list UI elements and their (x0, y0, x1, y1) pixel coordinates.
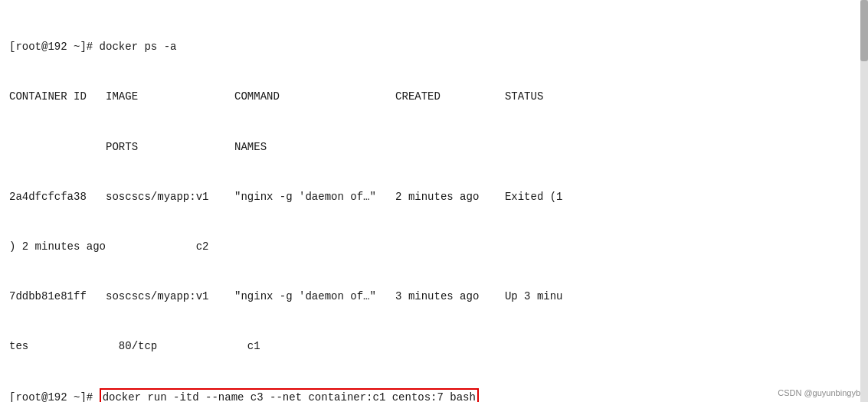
terminal-line-1: [root@192 ~]# docker ps -a (9, 39, 859, 56)
terminal-line-3: PORTS NAMES (9, 139, 859, 156)
terminal-line-6: 7ddbb81e81ff soscscs/myapp:v1 "nginx -g … (9, 289, 859, 306)
scrollbar-thumb[interactable] (860, 0, 868, 61)
terminal-line-4: 2a4dfcfcfa38 soscscs/myapp:v1 "nginx -g … (9, 189, 859, 206)
prompt-text: [root@192 ~]# (9, 391, 100, 402)
terminal-line-2: CONTAINER ID IMAGE COMMAND CREATED STATU… (9, 89, 859, 106)
scrollbar[interactable] (860, 0, 868, 402)
watermark: CSDN @guyunbingyb (778, 388, 860, 397)
terminal-line-5: ) 2 minutes ago c2 (9, 239, 859, 256)
terminal: [root@192 ~]# docker ps -a CONTAINER ID … (0, 0, 868, 402)
terminal-line-7: tes 80/tcp c1 (9, 338, 859, 355)
highlighted-command: docker run -itd --name c3 --net containe… (100, 388, 479, 402)
terminal-line-8: [root@192 ~]# docker run -itd --name c3 … (9, 388, 859, 402)
